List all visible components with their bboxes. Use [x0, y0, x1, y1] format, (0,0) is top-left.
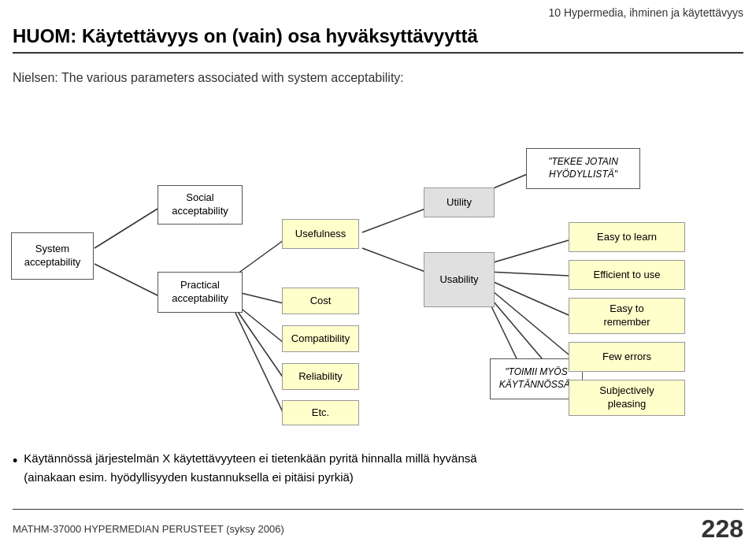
page-title: HUOM: Käytettävyys on (vain) osa hyväksy…: [13, 25, 743, 54]
footer-course: MATHM-37000 HYPERMEDIAN PERUSTEET (syksy…: [13, 523, 284, 535]
box-utility: Utility: [424, 187, 495, 217]
svg-line-6: [235, 311, 284, 414]
box-usability: Usability: [424, 252, 495, 307]
bullet-text: Käytännössä järjestelmän X käytettävyyte…: [24, 449, 476, 487]
footer-page: 228: [702, 514, 743, 544]
svg-line-11: [488, 240, 569, 264]
box-subjectively-pleasing: Subjectively pleasing: [569, 380, 685, 416]
footer: MATHM-37000 HYPERMEDIAN PERUSTEET (syksy…: [13, 509, 743, 544]
box-system-acceptability: System acceptability: [11, 232, 94, 280]
slide-number: 10 Hypermedia, ihminen ja käytettävyys: [549, 6, 743, 19]
box-easy-to-learn: Easy to learn: [569, 222, 685, 252]
svg-line-0: [94, 209, 158, 248]
subtitle: Nielsen: The various parameters associat…: [13, 71, 404, 85]
box-usefulness: Usefulness: [282, 219, 359, 249]
bullet-icon: •: [13, 450, 17, 473]
svg-line-14: [488, 288, 569, 354]
bottom-text: • Käytännössä järjestelmän X käytettävyy…: [13, 449, 743, 487]
box-practical-acceptability: Practical acceptability: [158, 272, 243, 313]
box-few-errors: Few errors: [569, 342, 685, 372]
box-social-acceptability: Social acceptability: [158, 185, 243, 225]
box-compatibility: Compatibility: [282, 325, 359, 352]
box-etc: Etc.: [282, 400, 359, 425]
box-tekee-jotain: "TEKEE JOTAIN HYÖDYLLISTÄ": [526, 148, 640, 189]
svg-line-1: [94, 264, 158, 295]
box-efficient-to-use: Efficient to use: [569, 260, 685, 290]
svg-line-13: [488, 280, 569, 315]
box-reliability: Reliability: [282, 363, 359, 390]
svg-line-5: [235, 307, 284, 378]
svg-line-7: [362, 209, 425, 232]
svg-line-2: [235, 240, 284, 276]
diagram: System acceptability Social acceptabilit…: [0, 95, 756, 441]
svg-line-12: [488, 272, 569, 276]
svg-line-8: [362, 248, 425, 272]
box-easy-to-remember: Easy to remember: [569, 298, 685, 334]
box-cost: Cost: [282, 288, 359, 314]
